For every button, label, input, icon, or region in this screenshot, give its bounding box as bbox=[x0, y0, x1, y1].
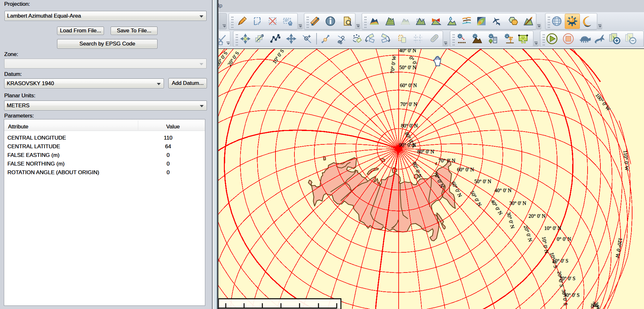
svg-text:30° 0' S: 30° 0' S bbox=[561, 289, 569, 306]
svg-text:70° 0' W: 70° 0' W bbox=[389, 55, 397, 74]
svg-text:50° 0' N: 50° 0' N bbox=[469, 190, 482, 207]
svg-text:20° 0' S: 20° 0' S bbox=[226, 51, 240, 67]
svg-text:30° 0' N: 30° 0' N bbox=[506, 211, 515, 229]
svg-text:20° 0' N: 20° 0' N bbox=[523, 225, 533, 243]
svg-text:120° 0' W: 120° 0' W bbox=[614, 237, 623, 259]
svg-text:80° 0' N: 80° 0' N bbox=[401, 123, 418, 128]
svg-text:60° 0' N: 60° 0' N bbox=[400, 83, 417, 88]
svg-text:80° 0' N: 80° 0' N bbox=[417, 149, 434, 154]
svg-text:50° 0' N: 50° 0' N bbox=[474, 179, 491, 184]
svg-text:10° 0' N: 10° 0' N bbox=[541, 236, 549, 254]
svg-text:0° 0' N: 0° 0' N bbox=[557, 236, 571, 242]
svg-text:30° 0' N: 30° 0' N bbox=[509, 200, 526, 206]
svg-text:60° 0' N: 60° 0' N bbox=[457, 167, 474, 172]
svg-text:80° 0' N: 80° 0' N bbox=[411, 161, 423, 179]
svg-text:70° 0' N: 70° 0' N bbox=[438, 158, 455, 163]
svg-text:10° 0' N: 10° 0' N bbox=[544, 225, 561, 231]
svg-text:110° 0' W: 110° 0' W bbox=[623, 150, 630, 171]
svg-text:20° 0' S: 20° 0' S bbox=[556, 271, 564, 288]
svg-text:40° 0' N: 40° 0' N bbox=[490, 199, 504, 216]
svg-text:20° 0' N: 20° 0' N bbox=[529, 213, 546, 219]
svg-text:40° 0' N: 40° 0' N bbox=[495, 188, 512, 193]
svg-text:70° 0' N: 70° 0' N bbox=[400, 102, 417, 107]
svg-text:100° 0' W: 100° 0' W bbox=[595, 92, 612, 112]
